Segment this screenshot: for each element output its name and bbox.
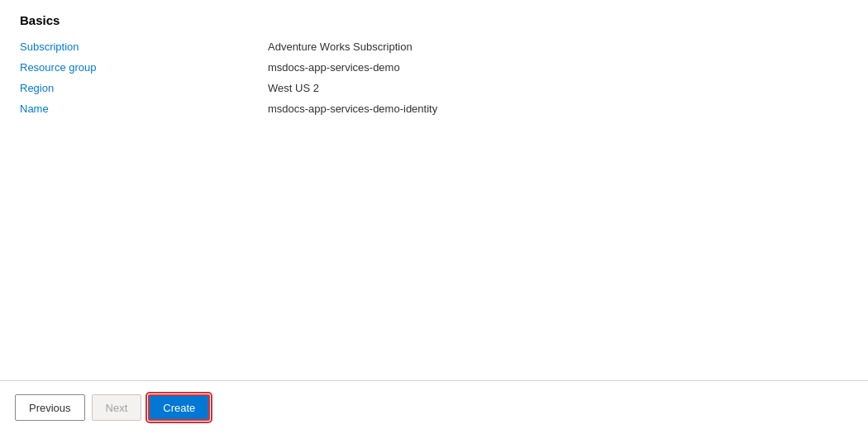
create-button[interactable]: Create: [148, 394, 210, 421]
table-row: RegionWest US 2: [20, 82, 848, 94]
next-button[interactable]: Next: [92, 394, 142, 421]
field-label: Subscription: [20, 41, 268, 53]
table-row: Namemsdocs-app-services-demo-identity: [20, 103, 848, 115]
field-label: Region: [20, 82, 268, 94]
fields-container: SubscriptionAdventure Works Subscription…: [20, 41, 848, 115]
previous-button[interactable]: Previous: [15, 394, 85, 421]
field-value: Adventure Works Subscription: [268, 41, 413, 53]
field-value: msdocs-app-services-demo: [268, 61, 400, 74]
footer-bar: Previous Next Create: [0, 380, 868, 434]
table-row: SubscriptionAdventure Works Subscription: [20, 41, 848, 53]
main-content: Basics SubscriptionAdventure Works Subsc…: [0, 0, 868, 380]
field-label: Name: [20, 103, 268, 115]
section-title: Basics: [20, 13, 848, 27]
field-label: Resource group: [20, 61, 268, 74]
field-value: msdocs-app-services-demo-identity: [268, 103, 437, 115]
field-value: West US 2: [268, 82, 319, 94]
table-row: Resource groupmsdocs-app-services-demo: [20, 61, 848, 74]
